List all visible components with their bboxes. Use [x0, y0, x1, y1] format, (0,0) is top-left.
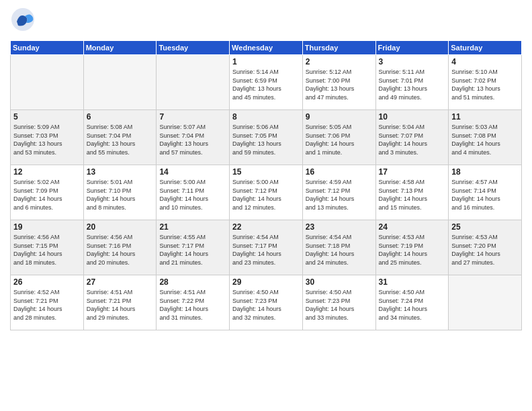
day-number: 11: [451, 112, 519, 122]
calendar-cell: 8Sunrise: 5:06 AM Sunset: 7:05 PM Daylig…: [230, 110, 303, 165]
weekday-header-wednesday: Wednesday: [230, 41, 303, 55]
day-number: 13: [87, 167, 154, 177]
calendar-cell: 28Sunrise: 4:51 AM Sunset: 7:22 PM Dayli…: [157, 275, 230, 330]
day-number: 5: [13, 112, 81, 122]
day-number: 28: [159, 277, 226, 287]
logo-icon: [10, 7, 36, 32]
day-info: Sunrise: 4:54 AM Sunset: 7:17 PM Dayligh…: [232, 233, 300, 267]
calendar-week-row: 12Sunrise: 5:02 AM Sunset: 7:09 PM Dayli…: [11, 165, 522, 220]
calendar-cell: 10Sunrise: 5:04 AM Sunset: 7:07 PM Dayli…: [375, 110, 449, 165]
calendar-cell: 12Sunrise: 5:02 AM Sunset: 7:09 PM Dayli…: [11, 165, 84, 220]
day-info: Sunrise: 4:51 AM Sunset: 7:22 PM Dayligh…: [159, 288, 226, 322]
day-number: 12: [13, 167, 81, 177]
day-number: 6: [87, 112, 154, 122]
day-number: 27: [87, 277, 154, 287]
calendar-cell: 20Sunrise: 4:56 AM Sunset: 7:16 PM Dayli…: [83, 220, 157, 275]
calendar-cell: 15Sunrise: 5:00 AM Sunset: 7:12 PM Dayli…: [230, 165, 303, 220]
calendar-cell: 27Sunrise: 4:51 AM Sunset: 7:21 PM Dayli…: [83, 275, 157, 330]
day-number: 18: [451, 167, 519, 177]
day-info: Sunrise: 5:02 AM Sunset: 7:09 PM Dayligh…: [13, 178, 81, 212]
weekday-header-friday: Friday: [375, 41, 449, 55]
day-info: Sunrise: 4:57 AM Sunset: 7:14 PM Dayligh…: [451, 178, 519, 212]
calendar-cell: 6Sunrise: 5:08 AM Sunset: 7:04 PM Daylig…: [83, 110, 157, 165]
day-info: Sunrise: 5:08 AM Sunset: 7:04 PM Dayligh…: [87, 123, 154, 156]
weekday-header-sunday: Sunday: [11, 41, 84, 55]
calendar-cell: 1Sunrise: 5:14 AM Sunset: 6:59 PM Daylig…: [230, 55, 303, 110]
calendar-cell: 13Sunrise: 5:01 AM Sunset: 7:10 PM Dayli…: [83, 165, 157, 220]
day-info: Sunrise: 5:09 AM Sunset: 7:03 PM Dayligh…: [13, 123, 81, 156]
day-number: 31: [379, 277, 446, 287]
day-number: 16: [306, 167, 373, 177]
day-number: 4: [451, 57, 519, 66]
day-number: 23: [306, 222, 373, 232]
day-info: Sunrise: 4:59 AM Sunset: 7:12 PM Dayligh…: [306, 178, 373, 212]
day-info: Sunrise: 5:04 AM Sunset: 7:07 PM Dayligh…: [379, 123, 446, 156]
day-number: 21: [159, 222, 226, 232]
day-number: 25: [451, 222, 519, 232]
day-number: 20: [87, 222, 154, 232]
day-number: 3: [379, 57, 446, 66]
day-info: Sunrise: 4:58 AM Sunset: 7:13 PM Dayligh…: [379, 178, 446, 212]
day-info: Sunrise: 4:52 AM Sunset: 7:21 PM Dayligh…: [13, 288, 81, 322]
day-number: 2: [306, 57, 373, 66]
calendar-cell: 30Sunrise: 4:50 AM Sunset: 7:23 PM Dayli…: [302, 275, 375, 330]
calendar-cell: 21Sunrise: 4:55 AM Sunset: 7:17 PM Dayli…: [157, 220, 230, 275]
day-info: Sunrise: 4:50 AM Sunset: 7:24 PM Dayligh…: [379, 288, 446, 322]
day-info: Sunrise: 4:51 AM Sunset: 7:21 PM Dayligh…: [87, 288, 154, 322]
day-number: 17: [379, 167, 446, 177]
calendar-cell: 17Sunrise: 4:58 AM Sunset: 7:13 PM Dayli…: [375, 165, 449, 220]
day-number: 7: [159, 112, 226, 122]
calendar-cell: 7Sunrise: 5:07 AM Sunset: 7:04 PM Daylig…: [157, 110, 230, 165]
day-number: 1: [232, 57, 300, 66]
weekday-header-tuesday: Tuesday: [157, 41, 230, 55]
day-info: Sunrise: 5:07 AM Sunset: 7:04 PM Dayligh…: [159, 123, 226, 156]
day-number: 19: [13, 222, 81, 232]
day-info: Sunrise: 5:01 AM Sunset: 7:10 PM Dayligh…: [87, 178, 154, 212]
day-number: 30: [306, 277, 373, 287]
day-number: 26: [13, 277, 81, 287]
calendar-cell: 31Sunrise: 4:50 AM Sunset: 7:24 PM Dayli…: [375, 275, 449, 330]
day-number: 22: [232, 222, 300, 232]
day-info: Sunrise: 4:50 AM Sunset: 7:23 PM Dayligh…: [306, 288, 373, 322]
day-info: Sunrise: 4:56 AM Sunset: 7:16 PM Dayligh…: [87, 233, 154, 267]
day-info: Sunrise: 4:53 AM Sunset: 7:20 PM Dayligh…: [451, 233, 519, 267]
calendar-cell: [449, 275, 522, 330]
day-info: Sunrise: 5:03 AM Sunset: 7:08 PM Dayligh…: [451, 123, 519, 156]
day-number: 10: [379, 112, 446, 122]
day-info: Sunrise: 5:11 AM Sunset: 7:01 PM Dayligh…: [379, 68, 446, 101]
day-info: Sunrise: 5:14 AM Sunset: 6:59 PM Dayligh…: [232, 68, 300, 101]
calendar-cell: 23Sunrise: 4:54 AM Sunset: 7:18 PM Dayli…: [302, 220, 375, 275]
calendar-cell: 9Sunrise: 5:05 AM Sunset: 7:06 PM Daylig…: [302, 110, 375, 165]
calendar-cell: 22Sunrise: 4:54 AM Sunset: 7:17 PM Dayli…: [230, 220, 303, 275]
calendar-cell: [157, 55, 230, 110]
day-info: Sunrise: 5:00 AM Sunset: 7:12 PM Dayligh…: [232, 178, 300, 212]
day-info: Sunrise: 4:55 AM Sunset: 7:17 PM Dayligh…: [159, 233, 226, 267]
calendar-week-row: 19Sunrise: 4:56 AM Sunset: 7:15 PM Dayli…: [11, 220, 522, 275]
weekday-header-thursday: Thursday: [302, 41, 375, 55]
calendar-cell: 5Sunrise: 5:09 AM Sunset: 7:03 PM Daylig…: [11, 110, 84, 165]
calendar-week-row: 26Sunrise: 4:52 AM Sunset: 7:21 PM Dayli…: [11, 275, 522, 330]
calendar-cell: 29Sunrise: 4:50 AM Sunset: 7:23 PM Dayli…: [230, 275, 303, 330]
weekday-header-saturday: Saturday: [449, 41, 522, 55]
day-number: 14: [159, 167, 226, 177]
day-number: 8: [232, 112, 300, 122]
calendar-week-row: 5Sunrise: 5:09 AM Sunset: 7:03 PM Daylig…: [11, 110, 522, 165]
day-number: 24: [379, 222, 446, 232]
day-info: Sunrise: 4:53 AM Sunset: 7:19 PM Dayligh…: [379, 233, 446, 267]
calendar-cell: 24Sunrise: 4:53 AM Sunset: 7:19 PM Dayli…: [375, 220, 449, 275]
day-info: Sunrise: 4:54 AM Sunset: 7:18 PM Dayligh…: [306, 233, 373, 267]
calendar-cell: 16Sunrise: 4:59 AM Sunset: 7:12 PM Dayli…: [302, 165, 375, 220]
day-number: 9: [306, 112, 373, 122]
logo: [10, 7, 38, 35]
day-info: Sunrise: 4:56 AM Sunset: 7:15 PM Dayligh…: [13, 233, 81, 267]
page: SundayMondayTuesdayWednesdayThursdayFrid…: [0, 0, 532, 411]
day-info: Sunrise: 5:00 AM Sunset: 7:11 PM Dayligh…: [159, 178, 226, 212]
day-info: Sunrise: 5:10 AM Sunset: 7:02 PM Dayligh…: [451, 68, 519, 101]
calendar-cell: [83, 55, 157, 110]
calendar-header-row: SundayMondayTuesdayWednesdayThursdayFrid…: [11, 41, 522, 55]
day-info: Sunrise: 5:12 AM Sunset: 7:00 PM Dayligh…: [306, 68, 373, 101]
day-number: 15: [232, 167, 300, 177]
calendar-table: SundayMondayTuesdayWednesdayThursdayFrid…: [10, 40, 522, 330]
calendar-cell: 14Sunrise: 5:00 AM Sunset: 7:11 PM Dayli…: [157, 165, 230, 220]
day-number: 29: [232, 277, 300, 287]
